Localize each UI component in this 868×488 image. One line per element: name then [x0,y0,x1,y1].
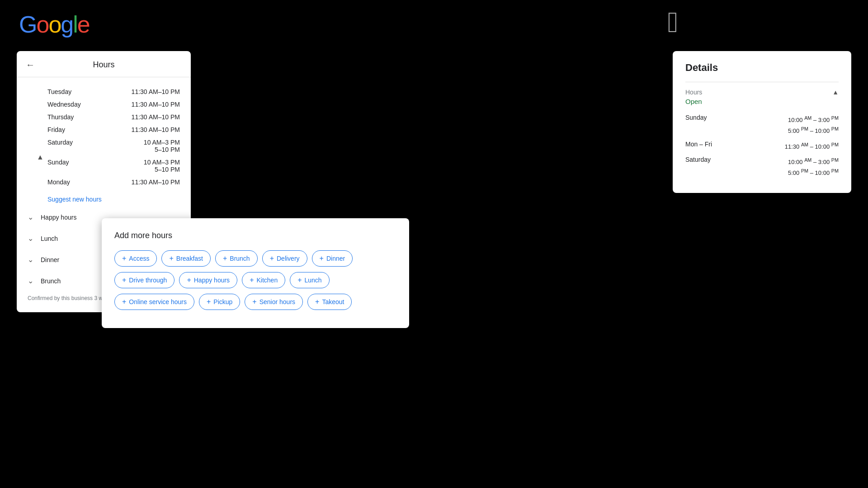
dinner-label: Dinner [326,255,345,262]
chevron-down-icon: ⌄ [28,234,33,243]
lunch-label: Lunch [305,277,322,284]
add-more-hours-popup: Add more hours + Access + Breakfast + Br… [102,218,409,328]
plus-icon: + [122,254,126,263]
details-times-mon-fri: 11:30 AM – 10:00 PM [785,141,839,151]
plus-icon: + [315,298,319,306]
pickup-label: Pickup [213,298,232,305]
plus-icon: + [297,276,302,284]
happy-hours-pill[interactable]: + Happy hours [179,272,237,288]
lunch-label: Lunch [41,235,58,242]
online-service-hours-label: Online service hours [129,298,187,305]
details-panel: Details Hours ▲ Open Sunday 10:00 AM – 3… [673,51,851,193]
chevron-down-icon: ⌄ [28,277,33,285]
table-row: Tuesday 11:30 AM–10 PM [47,85,180,98]
access-label: Access [129,255,149,262]
plus-icon: + [169,254,173,263]
brunch-pill[interactable]: + Brunch [215,250,258,267]
dinner-label: Dinner [41,256,59,263]
logo-letter-o1: o [36,11,48,38]
logo-letter-e: e [77,11,90,38]
logo-letter-g: G [19,11,36,38]
senior-hours-label: Senior hours [259,298,295,305]
logo-letter-g2: g [61,11,73,38]
chevron-down-icon: ⌄ [28,255,33,264]
table-row: Sunday 10 AM–3 PM 5–10 PM [47,156,180,176]
plus-icon: + [187,276,191,284]
happy-hours-label: Happy hours [194,277,230,284]
kitchen-label: Kitchen [256,277,278,284]
happy-hours-label: Happy hours [41,214,76,221]
table-row: Saturday 10 AM–3 PM 5–10 PM [47,136,180,156]
takeout-pill[interactable]: + Takeout [307,294,352,310]
breakfast-pill[interactable]: + Breakfast [161,250,210,267]
plus-icon: + [252,298,256,306]
details-open-status: Open [685,98,839,105]
pill-row-1: + Access + Breakfast + Brunch + Delivery… [114,250,396,267]
collapse-hours-button[interactable]: ▲ [37,153,44,161]
add-hours-title: Add more hours [114,231,396,240]
divider [685,82,839,82]
senior-hours-pill[interactable]: + Senior hours [245,294,303,310]
table-row: Wednesday 11:30 AM–10 PM [47,98,180,111]
pickup-pill[interactable]: + Pickup [199,294,240,310]
details-times-saturday: 10:00 AM – 3:00 PM 5:00 PM – 10:00 PM [788,156,839,178]
delivery-label: Delivery [277,255,300,262]
details-row-saturday: Saturday 10:00 AM – 3:00 PM 5:00 PM – 10… [685,154,839,180]
plus-icon: + [122,276,126,284]
back-arrow-button[interactable]: ← [26,60,35,70]
collapse-details-button[interactable]: ▲ [832,89,839,96]
drive-through-label: Drive through [129,277,167,284]
plus-icon: + [270,254,274,263]
table-row: Thursday 11:30 AM–10 PM [47,111,180,123]
access-pill[interactable]: + Access [114,250,157,267]
plus-icon: + [207,298,211,306]
brunch-label: Brunch [41,277,61,285]
table-row: Friday 11:30 AM–10 PM [47,123,180,136]
kitchen-pill[interactable]: + Kitchen [242,272,285,288]
pill-row-3: + Online service hours + Pickup + Senior… [114,294,396,310]
breakfast-label: Breakfast [176,255,203,262]
takeout-label: Takeout [322,298,344,305]
plus-icon: + [250,276,254,284]
details-times-sunday: 10:00 AM – 3:00 PM 5:00 PM – 10:00 PM [788,114,839,136]
hours-table: Tuesday 11:30 AM–10 PM Wednesday 11:30 A… [17,82,191,192]
apple-logo:  [668,5,678,39]
table-row: Monday 11:30 AM–10 PM [47,176,180,188]
logo-letter-o2: o [48,11,61,38]
details-day-mon-fri: Mon – Fri [685,141,731,151]
details-hours-label: Hours [685,89,702,96]
online-service-hours-pill[interactable]: + Online service hours [114,294,194,310]
hours-panel-title: Hours [28,60,180,70]
delivery-pill[interactable]: + Delivery [262,250,307,267]
lunch-pill[interactable]: + Lunch [290,272,330,288]
details-hours-header: Hours ▲ [685,89,839,96]
details-row-sunday: Sunday 10:00 AM – 3:00 PM 5:00 PM – 10:0… [685,112,839,138]
pill-row-2: + Drive through + Happy hours + Kitchen … [114,272,396,288]
drive-through-pill[interactable]: + Drive through [114,272,175,288]
dinner-pill[interactable]: + Dinner [312,250,353,267]
suggest-new-hours-link[interactable]: Suggest new hours [17,192,191,206]
google-logo: Google [19,13,90,36]
plus-icon: + [223,254,227,263]
details-row-mon-fri: Mon – Fri 11:30 AM – 10:00 PM [685,138,839,154]
hours-panel-header: ← Hours [17,51,191,77]
plus-icon: + [320,254,324,263]
details-day-saturday: Saturday [685,156,731,178]
details-day-sunday: Sunday [685,114,731,136]
details-title: Details [685,62,839,74]
brunch-label: Brunch [230,255,250,262]
plus-icon: + [122,298,126,306]
logo-letter-l: l [73,11,77,38]
chevron-down-icon: ⌄ [28,213,33,221]
